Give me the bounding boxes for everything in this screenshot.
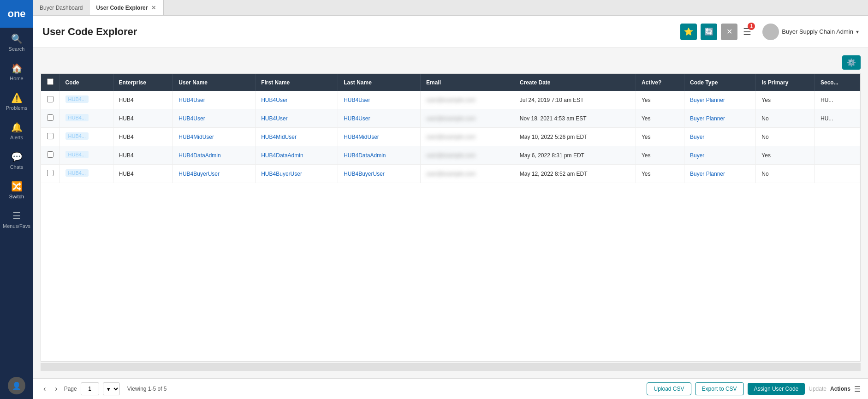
username-cell[interactable]: HUB4User [173, 109, 256, 128]
row-checkbox-cell[interactable] [41, 165, 59, 183]
app-logo[interactable]: one [0, 0, 33, 28]
tab-close-icon[interactable]: ✕ [150, 5, 157, 11]
row-checkbox[interactable] [47, 96, 54, 102]
sidebar-item-switch[interactable]: 🔀 Switch [0, 175, 33, 205]
table-row: HUB4...HUB4HUB4UserHUB4UserHUB4Useruser@… [41, 91, 860, 109]
close-button[interactable]: ✕ [721, 24, 737, 40]
page-size-dropdown[interactable]: ▾ [103, 382, 120, 395]
lastname-cell[interactable]: HUB4User [338, 109, 421, 128]
main-area: Buyer Dashboard User Code Explorer ✕ Use… [33, 0, 868, 399]
col-username[interactable]: User Name [173, 74, 256, 91]
user-dropdown-arrow[interactable]: ▾ [856, 29, 859, 35]
lastname-cell[interactable]: HUB4MidUser [338, 128, 421, 146]
code-cell: HUB4... [59, 146, 113, 165]
home-icon: 🏠 [11, 63, 23, 74]
username-cell[interactable]: HUB4DataAdmin [173, 146, 256, 165]
assign-user-code-button[interactable]: Assign User Code [748, 383, 805, 395]
sidebar-item-home[interactable]: 🏠 Home [0, 57, 33, 87]
active-cell: Yes [636, 91, 684, 109]
firstname-cell[interactable]: HUB4BuyerUser [256, 165, 338, 183]
export-csv-button[interactable]: Export to CSV [695, 382, 744, 395]
sidebar-bottom: 👤 [0, 377, 33, 399]
code-type-cell[interactable]: Buyer [684, 128, 755, 146]
sidebar-item-problems[interactable]: ⚠️ Problems [0, 87, 33, 116]
row-checkbox[interactable] [47, 151, 54, 158]
row-checkbox-cell[interactable] [41, 128, 59, 146]
lastname-cell[interactable]: HUB4DataAdmin [338, 146, 421, 165]
code-type-cell[interactable]: Buyer Planner [684, 109, 755, 128]
sidebar-item-alerts[interactable]: 🔔 Alerts [0, 116, 33, 146]
username-cell[interactable]: HUB4BuyerUser [173, 165, 256, 183]
is-primary-cell: No [756, 109, 815, 128]
email-cell: user@example.com [421, 128, 514, 146]
sidebar-item-chats[interactable]: 💬 Chats [0, 146, 33, 175]
create-date-cell: May 6, 2022 8:31 pm EDT [514, 146, 636, 165]
email-cell: user@example.com [421, 146, 514, 165]
data-table-container[interactable]: Code Enterprise User Name First Name Las… [41, 73, 861, 362]
user-name: Buyer Supply Chain Admin [782, 28, 853, 35]
col-code[interactable]: Code [59, 74, 113, 91]
secondary-cell [815, 128, 860, 146]
favorite-button[interactable]: ⭐ [680, 24, 697, 40]
sidebar-item-menus[interactable]: ☰ Menus/Favs [0, 205, 33, 234]
code-cell: HUB4... [59, 165, 113, 183]
col-firstname[interactable]: First Name [256, 74, 338, 91]
horizontal-scrollbar[interactable] [41, 363, 861, 371]
enterprise-cell: HUB4 [113, 128, 173, 146]
refresh-button[interactable]: 🔄 [701, 24, 717, 40]
tab-user-code-explorer-label: User Code Explorer [96, 5, 148, 11]
lastname-cell[interactable]: HUB4User [338, 91, 421, 109]
firstname-cell[interactable]: HUB4DataAdmin [256, 146, 338, 165]
next-page-button[interactable]: › [52, 384, 60, 394]
row-checkbox[interactable] [47, 133, 54, 139]
username-cell[interactable]: HUB4User [173, 91, 256, 109]
filter-toggle-button[interactable]: ⚙️ [842, 55, 861, 70]
create-date-cell: May 12, 2022 8:52 am EDT [514, 165, 636, 183]
row-checkbox-cell[interactable] [41, 91, 59, 109]
firstname-cell[interactable]: HUB4User [256, 109, 338, 128]
row-checkbox[interactable] [47, 114, 54, 121]
viewing-text: Viewing 1-5 of 5 [127, 386, 167, 392]
col-email[interactable]: Email [421, 74, 514, 91]
col-code-type[interactable]: Code Type [684, 74, 755, 91]
code-cell: HUB4... [59, 128, 113, 146]
page-input[interactable] [81, 382, 99, 395]
menus-icon: ☰ [12, 210, 21, 221]
sidebar-item-search[interactable]: 🔍 Search [0, 28, 33, 57]
col-lastname[interactable]: Last Name [338, 74, 421, 91]
col-active[interactable]: Active? [636, 74, 684, 91]
code-type-cell[interactable]: Buyer [684, 146, 755, 165]
select-all-checkbox[interactable] [47, 78, 54, 85]
code-type-cell[interactable]: Buyer Planner [684, 165, 755, 183]
is-primary-cell: Yes [756, 91, 815, 109]
tab-buyer-dashboard[interactable]: Buyer Dashboard [33, 0, 89, 15]
upload-csv-button[interactable]: Upload CSV [647, 382, 691, 395]
prev-page-button[interactable]: ‹ [41, 384, 48, 394]
row-checkbox-cell[interactable] [41, 146, 59, 165]
actions-menu-button[interactable]: ☰ [854, 385, 861, 393]
sidebar-label-switch: Switch [9, 194, 24, 199]
username-cell[interactable]: HUB4MidUser [173, 128, 256, 146]
content-area: ⚙️ Code Enterprise User Name First Name … [33, 48, 868, 378]
table-row: HUB4...HUB4HUB4MidUserHUB4MidUserHUB4Mid… [41, 128, 860, 146]
active-cell: Yes [636, 165, 684, 183]
col-create-date[interactable]: Create Date [514, 74, 636, 91]
hamburger-menu-button[interactable]: ☰ 1 [741, 24, 753, 39]
col-is-primary[interactable]: Is Primary [756, 74, 815, 91]
secondary-cell: HU... [815, 91, 860, 109]
code-type-cell[interactable]: Buyer Planner [684, 91, 755, 109]
tab-user-code-explorer[interactable]: User Code Explorer ✕ [89, 0, 164, 15]
enterprise-cell: HUB4 [113, 109, 173, 128]
user-avatar-sidebar[interactable]: 👤 [8, 377, 25, 394]
chats-icon: 💬 [11, 151, 23, 162]
logo-text: one [7, 8, 25, 20]
update-button[interactable]: Update [809, 386, 826, 392]
email-cell: user@example.com [421, 109, 514, 128]
col-secondary[interactable]: Seco... [815, 74, 860, 91]
row-checkbox[interactable] [47, 170, 54, 176]
firstname-cell[interactable]: HUB4User [256, 91, 338, 109]
col-enterprise[interactable]: Enterprise [113, 74, 173, 91]
firstname-cell[interactable]: HUB4MidUser [256, 128, 338, 146]
row-checkbox-cell[interactable] [41, 109, 59, 128]
lastname-cell[interactable]: HUB4BuyerUser [338, 165, 421, 183]
